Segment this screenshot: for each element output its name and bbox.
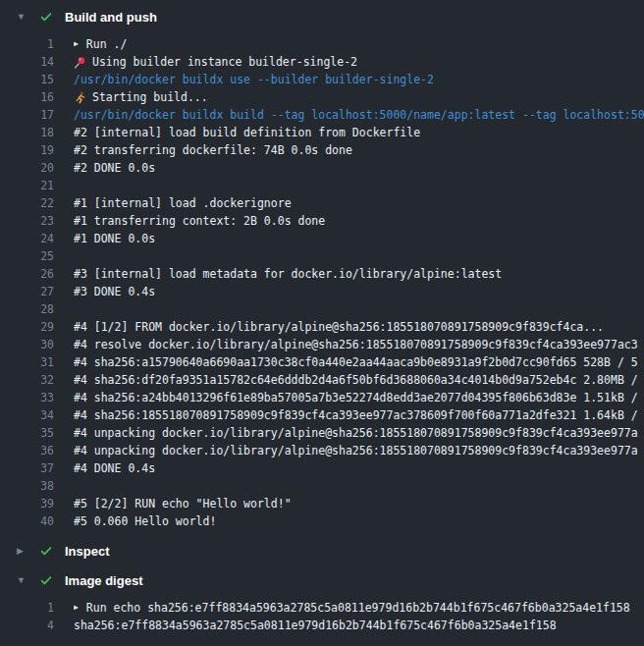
log-line: 1 ▶Run ./ xyxy=(0,35,644,53)
log-line-content: #4 sha256:a24bb4013296f61e89ba57005a7b3e… xyxy=(74,389,638,406)
line-number[interactable]: 23 xyxy=(0,212,54,230)
log-line-content: sha256:e7ff8834a5963a2785c5a0811e979d16b… xyxy=(74,617,557,634)
log-line: 39 #5 [2/2] RUN echo "Hello world!" xyxy=(0,495,644,512)
log-line-content: #3 [internal] load metadata for docker.i… xyxy=(74,265,502,283)
line-number[interactable]: 1 xyxy=(0,35,54,53)
actions-log: ▼ Build and push 1 ▶Run ./ 14 Using buil… xyxy=(0,0,644,640)
line-number[interactable]: 30 xyxy=(0,336,54,353)
log-line: 19 #2 transferring dockerfile: 74B 0.0s … xyxy=(0,141,644,159)
line-number[interactable]: 37 xyxy=(0,459,54,477)
log-line-text: #4 DONE 0.4s xyxy=(74,459,155,477)
line-number[interactable]: 19 xyxy=(0,141,54,159)
log-line-text: #1 DONE 0.0s xyxy=(74,230,155,247)
log-line-content: #2 DONE 0.0s xyxy=(74,159,155,177)
log-line-text: #5 [2/2] RUN echo "Hello world!" xyxy=(74,495,292,512)
line-number[interactable]: 15 xyxy=(0,71,54,88)
line-number[interactable]: 38 xyxy=(0,477,54,495)
expand-run-group-icon[interactable]: ▶ xyxy=(74,599,79,617)
line-number[interactable]: 40 xyxy=(0,512,54,530)
chevron-down-icon: ▼ xyxy=(17,10,28,24)
line-number[interactable]: 22 xyxy=(0,194,54,212)
log-line: 21 xyxy=(0,177,644,194)
log-line-content: #5 [2/2] RUN echo "Hello world!" xyxy=(74,495,292,512)
log-line-text: #4 sha256:185518070891758909c9f839cf4ca3… xyxy=(74,406,638,424)
log-line-content: #4 unpacking docker.io/library/alpine@sh… xyxy=(74,424,638,442)
line-number[interactable]: 32 xyxy=(0,371,54,389)
log-line-text: #2 [internal] load build definition from… xyxy=(74,124,420,141)
log-section: ▼ Build and push 1 ▶Run ./ 14 Using buil… xyxy=(0,2,644,536)
log-line: 23 #1 transferring context: 2B 0.0s done xyxy=(0,212,644,230)
step-log-lines: 1 ▶Run ./ 14 Using builder instance buil… xyxy=(0,31,644,536)
log-line-text: sha256:e7ff8834a5963a2785c5a0811e979d16b… xyxy=(74,617,557,634)
log-line: 36 #4 unpacking docker.io/library/alpine… xyxy=(0,442,644,459)
line-number[interactable]: 33 xyxy=(0,389,54,406)
log-line: 31 #4 sha256:a15790640a6690aa1730c38cf0a… xyxy=(0,353,644,371)
line-number[interactable]: 27 xyxy=(0,283,54,300)
line-number[interactable]: 26 xyxy=(0,265,54,283)
log-line-content: #4 [1/2] FROM docker.io/library/alpine@s… xyxy=(74,318,604,336)
line-number[interactable]: 21 xyxy=(0,177,54,194)
log-section: ▼ Image digest 1 ▶Run echo sha256:e7ff88… xyxy=(0,565,644,640)
log-line: 27 #3 DONE 0.4s xyxy=(0,283,644,300)
log-line-content: #4 sha256:185518070891758909c9f839cf4ca3… xyxy=(74,406,638,424)
log-line: 20 #2 DONE 0.0s xyxy=(0,159,644,177)
log-line: 30 #4 resolve docker.io/library/alpine@s… xyxy=(0,336,644,353)
line-number[interactable]: 14 xyxy=(0,53,54,71)
log-line-text: #2 DONE 0.0s xyxy=(74,159,155,177)
log-line: 35 #4 unpacking docker.io/library/alpine… xyxy=(0,424,644,442)
line-number[interactable]: 18 xyxy=(0,124,54,141)
log-line-content: #2 transferring dockerfile: 74B 0.0s don… xyxy=(74,141,352,159)
log-line-text: #4 sha256:df20fa9351a15782c64e6dddb2d4a6… xyxy=(74,371,638,389)
chevron-right-icon: ▶ xyxy=(17,544,28,558)
log-line-content: #4 sha256:df20fa9351a15782c64e6dddb2d4a6… xyxy=(74,371,638,389)
line-number[interactable]: 1 xyxy=(0,599,54,617)
line-number[interactable]: 35 xyxy=(0,424,54,442)
log-line-text: Starting build... xyxy=(92,88,208,106)
log-line: 22 #1 [internal] load .dockerignore xyxy=(0,194,644,212)
expand-run-group-icon[interactable]: ▶ xyxy=(74,35,79,53)
log-line: 1 ▶Run echo sha256:e7ff8834a5963a2785c5a… xyxy=(0,599,644,617)
runner-icon xyxy=(74,91,86,104)
line-number[interactable]: 39 xyxy=(0,495,54,512)
log-line: 38 xyxy=(0,477,644,495)
log-line-text: #2 transferring dockerfile: 74B 0.0s don… xyxy=(74,141,352,159)
log-line-content: /usr/bin/docker buildx build --tag local… xyxy=(74,106,644,124)
line-number[interactable]: 25 xyxy=(0,247,54,265)
log-line: 14 Using builder instance builder-single… xyxy=(0,53,644,71)
line-number[interactable]: 29 xyxy=(0,318,54,336)
line-number[interactable]: 34 xyxy=(0,406,54,424)
log-line: 24 #1 DONE 0.0s xyxy=(0,230,644,247)
step-header-build-and-push[interactable]: ▼ Build and push xyxy=(0,2,644,31)
line-number[interactable]: 17 xyxy=(0,106,54,124)
line-number[interactable]: 20 xyxy=(0,159,54,177)
log-line-text: #1 transferring context: 2B 0.0s done xyxy=(74,212,325,230)
log-line-text: #3 [internal] load metadata for docker.i… xyxy=(74,265,502,283)
line-number[interactable]: 24 xyxy=(0,230,54,247)
log-line: 37 #4 DONE 0.4s xyxy=(0,459,644,477)
step-header-image-digest[interactable]: ▼ Image digest xyxy=(0,565,644,595)
log-line-text: #3 DONE 0.4s xyxy=(74,283,155,300)
line-number[interactable]: 36 xyxy=(0,442,54,459)
line-number[interactable]: 31 xyxy=(0,353,54,371)
step-title: Image digest xyxy=(65,573,142,588)
log-line-content: #5 0.060 Hello world! xyxy=(74,512,216,530)
log-line: 29 #4 [1/2] FROM docker.io/library/alpin… xyxy=(0,318,644,336)
log-line-content: #4 sha256:a15790640a6690aa1730c38cf0a440… xyxy=(74,353,638,371)
log-line-text: #5 0.060 Hello world! xyxy=(74,512,216,530)
log-line-content: #1 DONE 0.0s xyxy=(74,230,155,247)
log-line-text: #4 unpacking docker.io/library/alpine@sh… xyxy=(74,442,638,459)
log-line: 33 #4 sha256:a24bb4013296f61e89ba57005a7… xyxy=(0,389,644,406)
line-number[interactable]: 28 xyxy=(0,300,54,318)
check-icon xyxy=(39,10,53,24)
step-header-inspect[interactable]: ▶ Inspect xyxy=(0,536,644,565)
line-number[interactable]: 16 xyxy=(0,88,54,106)
line-number[interactable]: 4 xyxy=(0,617,54,634)
check-icon xyxy=(39,573,53,587)
log-line-text: #4 [1/2] FROM docker.io/library/alpine@s… xyxy=(74,318,604,336)
log-line-text: #4 resolve docker.io/library/alpine@sha2… xyxy=(74,336,638,353)
log-line-content: /usr/bin/docker buildx use --builder bui… xyxy=(74,71,434,88)
log-line-content: Using builder instance builder-single-2 xyxy=(74,53,357,71)
log-line: 15 /usr/bin/docker buildx use --builder … xyxy=(0,71,644,88)
pushpin-icon xyxy=(74,56,86,69)
log-line-text: #1 [internal] load .dockerignore xyxy=(74,194,292,212)
